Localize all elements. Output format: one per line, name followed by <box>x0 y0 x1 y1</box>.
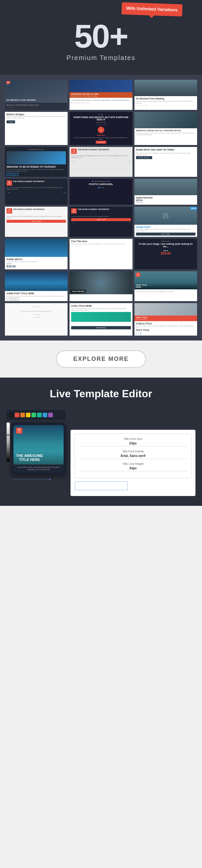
color-swatch-yellow[interactable] <box>26 413 31 417</box>
font-size-value[interactable]: 24px <box>78 441 188 446</box>
color-palette-bar <box>6 410 66 420</box>
font-size-label: Title Font Size <box>78 437 188 440</box>
template-card[interactable]: 28OCT THE WORLD ENDED YESTERDAY The more… <box>5 179 68 205</box>
font-family-value[interactable]: Arial, Sans-serif <box>78 454 188 459</box>
template-card[interactable]: 28 OCT An Abstract Post Heading No price… <box>5 80 68 110</box>
font-family-row: Title Font Family Arial, Sans-serif <box>78 450 188 459</box>
template-card[interactable]: TITLE Lorem ipsum dolor sit amet consect… <box>5 303 68 336</box>
color-swatch-green[interactable] <box>32 413 36 417</box>
color-swatch-teal[interactable] <box>37 413 42 417</box>
explore-more-button[interactable]: EXPLORE MORE <box>56 350 145 368</box>
template-card[interactable]: POST TITLE A short description A BOLD TI… <box>134 303 197 336</box>
editor-section: Live Template Editor <box>0 378 202 505</box>
template-card[interactable]: ▲ Down with this sort of thing Being car… <box>69 80 132 110</box>
template-card[interactable]: 01OCT POST TITLEHERE Lorem ipsum dolor s… <box>134 271 197 301</box>
template-card[interactable]: KURIE SECCO To take your image. I am not… <box>134 239 197 269</box>
template-card[interactable]: WERCODINPLACE POSTS CAROUSEL <box>69 179 132 205</box>
color-swatch-blue[interactable] <box>43 413 47 417</box>
line-height-value[interactable]: 34px <box>78 466 188 471</box>
color-swatch-orange[interactable] <box>20 413 25 417</box>
phone-heading-line2: TITLE HERE <box>16 458 43 462</box>
line-height-label: Title Line Height <box>78 462 188 465</box>
svg-rect-2 <box>75 482 128 490</box>
line-height-row: Title Line Height 34px <box>78 462 188 471</box>
phone-date-day: 28 <box>18 428 21 431</box>
color-swatch-red[interactable] <box>15 413 19 417</box>
template-card[interactable]: Post Title Here Lorem ipsum dolor sit am… <box>69 239 132 269</box>
badge-text: With Unlimited Variations <box>126 6 178 12</box>
editor-form-panel: Title Font Size 24px Title Font Family A… <box>70 430 196 496</box>
editor-title: Live Template Editor <box>6 388 196 400</box>
template-card[interactable]: COOL TITLE HERE I don't need to compromi… <box>69 303 132 336</box>
template-card[interactable]: 28OCT THE WORLD ENDED YESTERDAY 🚗 The mo… <box>5 207 68 237</box>
hero-subtitle: Premium Templates <box>6 54 196 62</box>
font-family-label: Title Font Family <box>78 450 188 453</box>
templates-grid: 28 OCT An Abstract Post Heading No price… <box>5 80 197 336</box>
hero-section: With Unlimited Variations 50+ Premium Te… <box>0 0 202 75</box>
editor-left-panel: 28 OCT THE AWESOME TITLE HERE <box>6 410 66 484</box>
template-card[interactable]: 28OCT THE WORLD ENDED YESTERDAY They don… <box>69 207 132 237</box>
template-card[interactable]: 17OCT An Abstract Post Heading In a vel … <box>134 80 197 110</box>
template-card[interactable]: $49.00 Ingela Nutrisha $9.00 ❤ ❤ ❤ ❤ ❤ <box>134 179 197 205</box>
editor-workspace: 28 OCT THE AWESOME TITLE HERE <box>6 410 196 496</box>
templates-section: 28 OCT An Abstract Post Heading No price… <box>0 75 202 341</box>
hero-number: 50+ <box>6 20 196 53</box>
template-card[interactable]: KURIE SECCO To take your image. I am not… <box>5 239 68 269</box>
font-size-row: Title Font Size 24px <box>78 437 188 446</box>
template-card[interactable]: 28OCT THE WORLD ENDED YESTERDAY The more… <box>69 147 132 177</box>
template-card[interactable]: WEDNESDAY, OCT. 2014 Weekend to be exten… <box>5 147 68 177</box>
template-card[interactable]: Modern Designs Which is world that desig… <box>5 112 68 145</box>
badge-ribbon: With Unlimited Variations <box>122 2 183 17</box>
template-card[interactable]: FROM EVERYTHING HAS BEAUTY, BUT NOT EVER… <box>69 112 132 145</box>
color-swatches <box>9 413 63 417</box>
template-card[interactable]: 🌀 Down Title Here <box>69 271 132 301</box>
template-card[interactable]: $49.00 👔 DENIM SHIRT Don't need to compr… <box>134 207 197 237</box>
color-swatch-purple[interactable] <box>48 413 53 417</box>
color-swatch-black[interactable] <box>9 413 14 417</box>
explore-section: EXPLORE MORE <box>0 341 202 378</box>
template-card[interactable]: DOWN WITH THIS SORT OF THING Don't need … <box>134 147 197 177</box>
template-card[interactable]: SOME POST TITLE HERE Lorem ipsum dolor s… <box>5 271 68 301</box>
template-card[interactable]: MONDAYS CANCELLED TILL FURTHER NOTICE If… <box>134 112 197 145</box>
phone-body-text: Lorem dolor sit amet, consectetur adipis… <box>15 466 62 471</box>
phone-heading-line1: THE AWESOME <box>16 454 43 458</box>
phone-date-month: OCT <box>18 431 21 433</box>
svg-marker-1 <box>49 478 51 480</box>
